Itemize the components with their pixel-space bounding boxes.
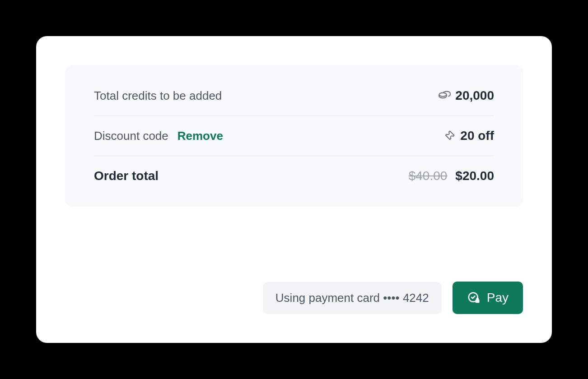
coins-icon	[438, 89, 451, 102]
checkout-card: Total credits to be added 20,000 Discoun…	[36, 36, 552, 343]
final-price: $20.00	[455, 169, 494, 183]
order-summary-panel: Total credits to be added 20,000 Discoun…	[65, 65, 523, 207]
discount-value: 20 off	[460, 129, 494, 143]
pay-button[interactable]: Pay	[453, 282, 523, 314]
discount-row: Discount code Remove 20 off	[94, 116, 494, 156]
svg-rect-2	[476, 300, 480, 303]
order-total-label: Order total	[94, 169, 159, 183]
shield-check-icon	[467, 291, 481, 305]
payment-card-info[interactable]: Using payment card •••• 4242	[263, 282, 442, 314]
checkout-footer: Using payment card •••• 4242 Pay	[65, 282, 523, 314]
credits-value: 20,000	[455, 88, 494, 103]
svg-point-0	[439, 93, 447, 97]
credits-row: Total credits to be added 20,000	[94, 87, 494, 116]
ticket-icon	[443, 129, 456, 142]
order-total-row: Order total $40.00 $20.00	[94, 156, 494, 185]
pay-button-label: Pay	[487, 291, 509, 305]
credits-label: Total credits to be added	[94, 89, 222, 103]
remove-discount-link[interactable]: Remove	[177, 129, 223, 143]
original-price: $40.00	[409, 169, 448, 183]
discount-label: Discount code	[94, 129, 168, 143]
